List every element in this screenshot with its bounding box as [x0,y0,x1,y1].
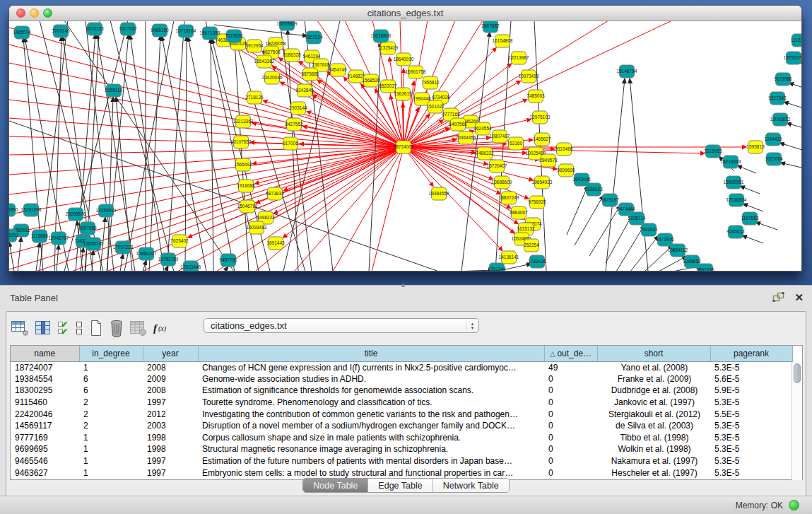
select-columns-icon[interactable]: ✔ ✔ [57,320,70,337]
network-node[interactable]: 8427552 [285,118,303,131]
network-node[interactable]: 6497568 [449,118,467,131]
table-cell[interactable]: 6 [79,373,143,385]
network-node[interactable]: 1565492 [234,158,252,171]
network-node[interactable]: 252254 [524,239,539,252]
table-cell[interactable]: Franke et al. (2009) [597,373,710,385]
minimize-window-button[interactable] [30,8,39,18]
network-node[interactable]: 7955812 [421,76,440,89]
network-node[interactable]: 7486322 [476,147,494,160]
network-node[interactable]: 62160 [509,137,524,150]
network-node[interactable]: 8186328 [283,49,301,62]
table-cell[interactable]: 0 [544,408,597,420]
table-cell[interactable]: 5.3E-5 [710,455,792,467]
table-settings-icon[interactable]: ⚙ [11,320,29,337]
network-node[interactable]: 16093483 [247,221,267,234]
column-header-in_degree[interactable]: in_degree [79,346,143,361]
network-node[interactable]: 9756928 [528,196,546,209]
table-cell[interactable]: 5.3E-5 [710,467,792,479]
table-cell[interactable]: 1998 [143,443,198,455]
table-cell[interactable]: 0 [544,373,597,385]
network-node[interactable]: 3769140 [52,25,70,37]
table-cell[interactable]: 1 [79,443,143,455]
table-cell[interactable]: 2009 [143,373,198,385]
network-node[interactable]: 1465627 [533,133,551,146]
network-node[interactable]: 18640910 [394,53,414,66]
table-row[interactable]: 1830029562008Estimation of significance … [11,385,792,397]
network-node[interactable]: 10719184 [176,25,196,37]
network-node[interactable]: 17359924 [96,204,117,217]
network-node[interactable]: 7625402 [170,235,189,247]
column-header-pagerank[interactable]: pagerank [710,346,792,361]
table-cell[interactable]: 1 [79,361,143,373]
network-node[interactable]: 2935114 [628,212,646,225]
network-node[interactable]: 1691443 [266,237,285,250]
new-table-icon[interactable] [88,319,104,337]
network-node[interactable]: 16961758 [406,66,426,78]
table-cell[interactable]: 1997 [143,397,198,409]
network-node[interactable]: 1292344 [488,263,506,271]
table-cell[interactable]: 1997 [143,455,198,467]
network-node[interactable]: 16148784 [617,65,637,78]
table-cell[interactable]: Estimation of the future numbers of pati… [198,455,544,467]
table-selector-dropdown[interactable]: citations_edges.txt ▲▼ [204,318,479,333]
table-cell[interactable]: 18300295 [11,385,79,397]
table-cell[interactable]: Dudbridge et al. (2008) [597,385,710,397]
network-node[interactable]: 20364456 [456,132,476,144]
table-row[interactable]: 1456911722003Disruption of a novel membe… [11,420,792,432]
table-cell[interactable]: 9777169 [11,432,79,444]
table-cell[interactable]: Nakamura et al. (1997) [597,455,710,467]
network-node[interactable]: 15720407 [487,160,507,173]
network-node[interactable]: 1244415 [764,133,782,146]
network-node[interactable]: 14136141 [499,251,519,264]
table-cell[interactable]: 2008 [143,361,198,373]
network-node[interactable]: 15046798 [237,200,258,213]
network-node[interactable]: 19384554 [429,187,449,200]
table-cell[interactable]: Tibbo et al. (1998) [597,432,710,444]
column-header-name[interactable]: name [11,346,79,361]
network-node[interactable]: 23420046 [262,71,283,84]
table-cell[interactable]: 0 [544,443,597,455]
network-node[interactable]: 25206950 [9,204,18,216]
tab-network-table[interactable]: Network Table [433,479,509,492]
table-cell[interactable]: Estimation of significance thresholds fo… [198,385,544,397]
network-node[interactable]: 1005323 [86,23,104,35]
table-cell[interactable]: 22420046 [11,408,79,420]
network-node[interactable]: 9227343 [768,92,787,105]
tab-edge-table[interactable]: Edge Table [368,479,433,492]
network-node[interactable]: 12923446 [181,261,201,271]
table-cell[interactable]: 9699695 [11,443,79,455]
network-node[interactable]: 9115460 [555,143,573,156]
network-node[interactable]: 9242845 [295,84,314,97]
network-node[interactable]: 16210643 [721,156,741,168]
network-node[interactable]: 1595813 [746,141,765,153]
table-cell[interactable]: 0 [544,397,597,409]
table-cell[interactable]: 9465546 [11,455,79,467]
table-cell[interactable]: 5.3E-5 [710,397,792,409]
table-cell[interactable]: 1997 [143,467,198,479]
table-cell[interactable]: Corpus callosum shape and size in male p… [198,432,544,444]
network-node[interactable]: 1783426 [528,255,546,268]
table-cell[interactable]: Yano et al. (2008) [597,361,710,373]
delete-table-icon[interactable] [109,319,124,337]
table-cell[interactable]: Wolkin et al. (1998) [597,443,710,455]
function-builder-icon[interactable]: f (x) [152,320,170,336]
table-row[interactable]: 1938455462009Genome-wide association stu… [11,373,792,385]
memory-status-indicator[interactable] [789,500,799,510]
table-cell[interactable]: 14569117 [11,420,79,432]
network-node[interactable]: 1112304 [791,34,801,47]
network-node[interactable]: 11325419 [378,42,399,54]
table-cell[interactable]: 0 [544,420,597,432]
table-cell[interactable]: 5.3E-5 [710,432,792,444]
network-node[interactable]: 1115686 [31,230,49,243]
network-node[interactable]: 16671358 [200,27,220,40]
network-node[interactable]: 12213363 [233,115,254,128]
network-node[interactable]: 15281298 [21,204,42,216]
splitter-handle[interactable]: ▲ [400,281,406,288]
table-row[interactable]: 946554611997Estimation of the future num… [11,455,792,467]
table-cell[interactable]: 5.3E-5 [710,443,792,455]
network-node[interactable]: 15592951 [724,176,744,189]
network-node[interactable]: 19654923 [532,176,553,189]
table-row[interactable]: 946362711997Embryonic stem cells: a mode… [11,467,792,479]
table-cell[interactable]: 19384554 [11,373,79,385]
table-cell[interactable]: de Silva et al. (2003) [597,420,710,432]
